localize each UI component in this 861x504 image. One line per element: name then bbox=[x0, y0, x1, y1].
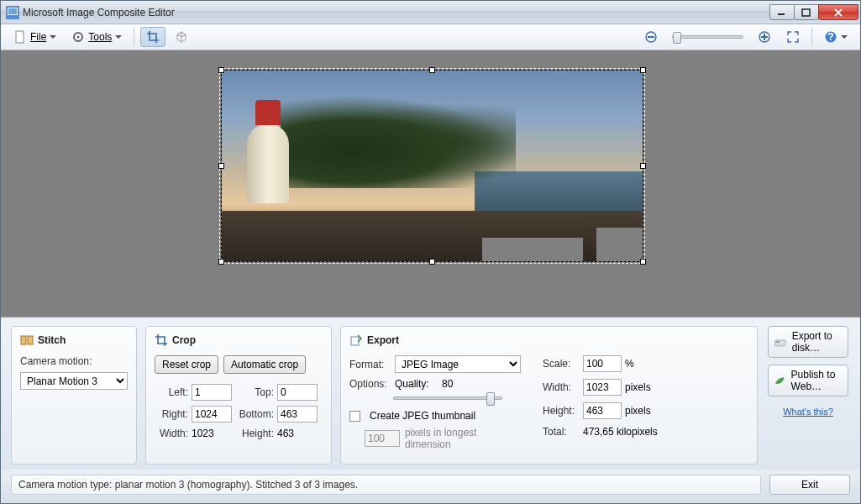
titlebar: Microsoft Image Composite Editor bbox=[1, 1, 860, 24]
ex-width-label: Width: bbox=[543, 381, 583, 393]
format-label: Format: bbox=[349, 359, 390, 370]
disk-icon bbox=[774, 333, 787, 351]
camera-motion-label: Camera motion: bbox=[20, 355, 92, 367]
maximize-button[interactable] bbox=[794, 4, 819, 20]
svg-rect-18 bbox=[774, 340, 785, 346]
file-icon bbox=[13, 30, 27, 44]
ex-height-label: Height: bbox=[543, 405, 583, 417]
crop-selection[interactable] bbox=[221, 70, 643, 262]
crop-bottom-input[interactable] bbox=[277, 406, 318, 423]
height-label: Height: bbox=[235, 428, 277, 439]
crop-top-input[interactable] bbox=[277, 384, 318, 401]
stitch-heading: Stitch bbox=[38, 334, 66, 346]
crop-left-input[interactable] bbox=[192, 384, 232, 401]
thumbnail-label: Create JPEG thumbnail bbox=[370, 410, 475, 422]
options-label: Options: bbox=[349, 378, 390, 390]
zoom-out-button[interactable] bbox=[638, 27, 664, 47]
quality-slider[interactable] bbox=[393, 396, 502, 400]
toolbar: File Tools ? bbox=[1, 24, 860, 50]
status-bar: Camera motion type: planar motion 3 (hom… bbox=[1, 470, 860, 503]
left-label: Left: bbox=[155, 386, 192, 398]
ex-height-input[interactable] bbox=[583, 402, 622, 419]
tools-menu[interactable]: Tools bbox=[66, 27, 128, 47]
crop-handle-se[interactable] bbox=[640, 259, 646, 265]
exit-button[interactable]: Exit bbox=[769, 475, 850, 495]
caret-icon bbox=[50, 35, 56, 42]
crop-handle-nw[interactable] bbox=[218, 67, 224, 73]
minimize-button[interactable] bbox=[769, 4, 795, 20]
publish-label: Publish to Web… bbox=[791, 369, 843, 393]
right-label: Right: bbox=[155, 408, 192, 420]
crop-icon bbox=[146, 30, 160, 44]
svg-rect-15 bbox=[21, 336, 26, 344]
status-text: Camera motion type: planar motion 3 (hom… bbox=[11, 475, 761, 495]
px-unit: pixels bbox=[625, 405, 672, 417]
stitch-icon bbox=[20, 333, 34, 347]
gear-icon bbox=[71, 30, 85, 44]
scale-input[interactable] bbox=[583, 355, 622, 372]
file-label: File bbox=[30, 31, 46, 43]
help-icon: ? bbox=[824, 30, 837, 44]
crop-right-input[interactable] bbox=[192, 406, 232, 423]
scale-unit: % bbox=[625, 358, 672, 370]
crop-handle-sw[interactable] bbox=[218, 259, 224, 265]
reset-crop-button[interactable]: Reset crop bbox=[155, 355, 218, 374]
image-canvas[interactable] bbox=[1, 50, 860, 318]
export-to-disk-button[interactable]: Export to disk… bbox=[768, 326, 848, 358]
zoom-in-button[interactable] bbox=[752, 27, 777, 47]
panorama-preview bbox=[222, 71, 643, 261]
minus-circle-icon bbox=[644, 30, 658, 44]
automatic-crop-button[interactable]: Automatic crop bbox=[223, 355, 306, 374]
quality-thumb[interactable] bbox=[486, 392, 495, 406]
crop-handle-ne[interactable] bbox=[640, 67, 646, 73]
svg-rect-4 bbox=[802, 9, 810, 16]
zoom-thumb[interactable] bbox=[673, 32, 681, 44]
thumb-hint: pixels in longest dimension bbox=[405, 427, 497, 450]
camera-motion-select[interactable]: Planar Motion 3 bbox=[20, 372, 128, 390]
thumb-size-input bbox=[365, 430, 400, 447]
crop-tool-button[interactable] bbox=[140, 27, 165, 47]
crop-handle-w[interactable] bbox=[218, 163, 224, 169]
panels-row: Stitch Camera motion: Planar Motion 3 Cr… bbox=[1, 318, 860, 470]
svg-rect-19 bbox=[776, 341, 780, 342]
help-menu[interactable]: ? bbox=[818, 27, 853, 47]
separator bbox=[134, 28, 134, 46]
quality-value: 80 bbox=[442, 378, 453, 390]
svg-rect-17 bbox=[351, 337, 359, 345]
window-title: Microsoft Image Composite Editor bbox=[23, 7, 770, 18]
publish-to-web-button[interactable]: Publish to Web… bbox=[768, 365, 848, 396]
top-label: Top: bbox=[235, 386, 277, 398]
export-icon bbox=[349, 333, 363, 347]
total-value: 473,65 kilopixels bbox=[583, 426, 672, 438]
close-button[interactable] bbox=[818, 4, 858, 20]
caret-icon bbox=[115, 35, 122, 42]
crop-width-value: 1023 bbox=[192, 428, 235, 439]
crop-panel: Crop Reset crop Automatic crop Left: Top… bbox=[145, 326, 332, 465]
thumbnail-checkbox[interactable] bbox=[349, 411, 360, 422]
stitch-panel: Stitch Camera motion: Planar Motion 3 bbox=[11, 326, 137, 465]
plus-circle-icon bbox=[758, 30, 771, 44]
px-unit: pixels bbox=[625, 381, 672, 393]
crop-height-value: 463 bbox=[277, 428, 321, 439]
zoom-slider[interactable] bbox=[672, 35, 743, 39]
svg-rect-3 bbox=[778, 13, 785, 15]
svg-rect-9 bbox=[648, 36, 654, 38]
svg-rect-12 bbox=[764, 34, 765, 40]
fit-button[interactable] bbox=[780, 27, 806, 47]
file-menu[interactable]: File bbox=[8, 27, 62, 47]
separator bbox=[811, 28, 812, 46]
format-select[interactable]: JPEG Image bbox=[395, 355, 521, 373]
ex-width-input[interactable] bbox=[583, 379, 622, 396]
total-label: Total: bbox=[543, 426, 583, 438]
crop-handle-n[interactable] bbox=[429, 67, 435, 73]
crop-handle-s[interactable] bbox=[429, 259, 435, 265]
cube-tool-button[interactable] bbox=[169, 27, 194, 47]
crop-icon bbox=[155, 333, 168, 347]
window-buttons bbox=[770, 4, 858, 20]
svg-point-7 bbox=[77, 36, 80, 39]
scale-label: Scale: bbox=[543, 358, 583, 370]
cube-icon bbox=[175, 30, 188, 44]
whats-this-link[interactable]: What's this? bbox=[783, 407, 833, 417]
export-disk-label: Export to disk… bbox=[792, 330, 843, 354]
crop-handle-e[interactable] bbox=[640, 163, 646, 169]
